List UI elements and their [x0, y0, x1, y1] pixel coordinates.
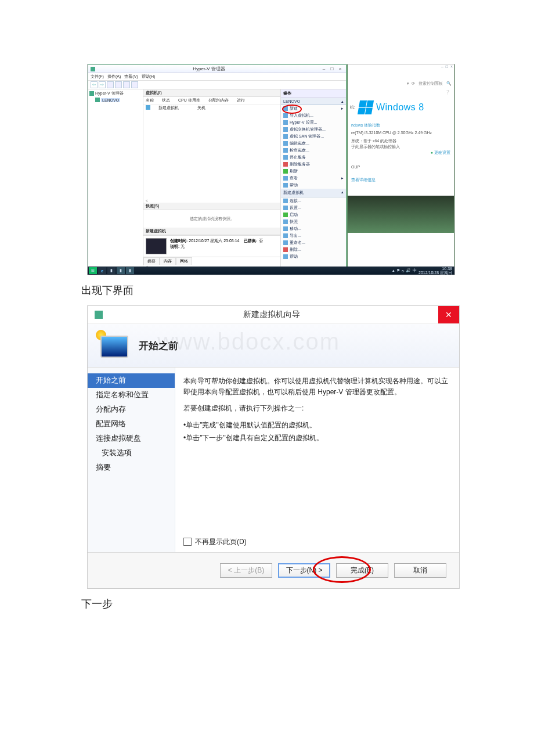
action-start[interactable]: 启动: [281, 211, 346, 218]
action-rename[interactable]: 重命名...: [281, 239, 346, 246]
action-inspect-disk[interactable]: 检查磁盘...: [281, 147, 346, 154]
col-name[interactable]: 名称: [146, 98, 154, 103]
dont-show-again-label: 不再显示此页(D): [195, 537, 247, 548]
wizard-heading: 开始之前: [139, 339, 178, 352]
step-network[interactable]: 配置网络: [88, 417, 175, 431]
details-panel: 创建时间: 2012/10/27 星期六 23:03:14 已群集: 否 说明:…: [143, 235, 280, 257]
col-run[interactable]: 运行: [237, 98, 245, 103]
explorer-taskbar-icon[interactable]: ▮: [107, 267, 116, 274]
toolbar-btn[interactable]: [131, 81, 138, 88]
workgroup-label: OUP: [348, 165, 454, 169]
tree-root[interactable]: Hyper-V 管理器: [89, 91, 142, 96]
collapse-icon[interactable]: ▴: [341, 99, 344, 104]
action-remove-server[interactable]: 删除服务器: [281, 161, 346, 168]
connect-icon: [283, 199, 288, 203]
tray-time[interactable]: 16:38: [442, 267, 452, 271]
maximize-button[interactable]: □: [329, 66, 335, 72]
delete-icon: [283, 247, 288, 252]
vms-columns: 名称 状态 CPU 使用率 分配的内存 运行: [143, 97, 280, 105]
step-vhd[interactable]: 连接虚拟硬盘: [88, 431, 175, 446]
action-vm-settings[interactable]: 设置...: [281, 204, 346, 211]
action-edit-disk[interactable]: 编辑磁盘...: [281, 140, 346, 147]
search-icon[interactable]: 🔍: [446, 81, 452, 86]
experience-index-link[interactable]: ndows 体验指数: [348, 120, 454, 131]
finish-button[interactable]: 完成(E): [336, 563, 388, 578]
col-state[interactable]: 状态: [162, 98, 170, 103]
nav-back-icon[interactable]: ⇦: [91, 81, 98, 88]
help-icon[interactable]: ❔: [348, 90, 454, 95]
move-icon: [283, 226, 288, 231]
start-button[interactable]: ⊞: [89, 267, 97, 274]
col-mem[interactable]: 分配的内存: [208, 98, 229, 103]
search-placeholder[interactable]: 搜索控制面板: [418, 81, 443, 87]
action-stop-svc[interactable]: 停止服务: [281, 154, 346, 161]
vm-row[interactable]: 新建虚拟机 关机: [143, 105, 280, 111]
action-refresh[interactable]: 刷新: [281, 168, 346, 175]
tray-date[interactable]: 2012/10/28 星期日: [418, 271, 452, 275]
action-hv-settings[interactable]: Hyper-V 设置...: [281, 119, 346, 126]
tab-memory[interactable]: 内存: [160, 257, 176, 265]
step-summary[interactable]: 摘要: [88, 460, 175, 475]
collapse-icon[interactable]: ▴: [341, 190, 344, 195]
nav-fwd-icon[interactable]: ⇨: [99, 81, 106, 88]
step-install-options[interactable]: 安装选项: [88, 446, 175, 460]
network-icon[interactable]: ⎋: [402, 269, 404, 273]
action-export[interactable]: 导出...: [281, 232, 346, 239]
step-name-location[interactable]: 指定名称和位置: [88, 388, 175, 402]
vm-icon: [146, 105, 150, 110]
ime-icon[interactable]: 中: [413, 268, 417, 273]
vsan-icon: [283, 134, 288, 139]
menu-help[interactable]: 帮助(H): [142, 74, 156, 80]
action-vswitch[interactable]: 虚拟交换机管理器...: [281, 126, 346, 133]
toolbar-btn[interactable]: [107, 81, 114, 88]
menu-file[interactable]: 文件(F): [91, 74, 104, 80]
vm-name: 新建虚拟机: [158, 105, 179, 111]
wizard-bullet-1: •单击"完成"创建使用默认值配置的虚拟机。: [183, 420, 449, 431]
hyperv-taskbar-icon[interactable]: ▮: [117, 267, 125, 274]
step-before-you-begin[interactable]: 开始之前: [88, 373, 175, 388]
ie-taskbar-icon[interactable]: e: [98, 267, 106, 274]
tree-host[interactable]: LENOVO: [89, 98, 142, 102]
action-snapshot[interactable]: 快照: [281, 218, 346, 225]
change-settings-link[interactable]: ● 更改设置: [348, 150, 454, 156]
col-cpu[interactable]: CPU 使用率: [178, 98, 200, 103]
next-button[interactable]: 下一步(N) >: [278, 563, 330, 578]
cancel-button[interactable]: 取消: [394, 563, 446, 578]
step-memory[interactable]: 分配内存: [88, 402, 175, 417]
toolbar-btn[interactable]: [123, 81, 130, 88]
action-import[interactable]: 导入虚拟机...: [281, 112, 346, 119]
window-titlebar: Hyper-V 管理器 – □ ×: [88, 65, 346, 73]
action-move[interactable]: 移动...: [281, 225, 346, 232]
wizard-title: 新建虚拟机向导: [105, 309, 438, 320]
menu-action[interactable]: 操作(A): [107, 74, 121, 80]
view-details-link[interactable]: 查看详细信息: [348, 175, 454, 185]
new-icon: [283, 106, 288, 111]
flag-icon[interactable]: ⚑: [396, 268, 400, 273]
menu-view[interactable]: 查看(V): [124, 74, 138, 80]
action-connect[interactable]: 连接...: [281, 197, 346, 204]
tab-network[interactable]: 网络: [176, 257, 192, 265]
action-new[interactable]: 新建▸: [281, 105, 346, 112]
action-delete[interactable]: 删除...: [281, 246, 346, 253]
remove-icon: [283, 162, 288, 167]
action-help[interactable]: 帮助: [281, 182, 346, 189]
action-help2[interactable]: 帮助: [281, 253, 346, 260]
wizard-steps-sidebar: 开始之前 指定名称和位置 分配内存 配置网络 连接虚拟硬盘 安装选项 摘要: [88, 368, 175, 552]
volume-icon[interactable]: 🔊: [406, 268, 411, 273]
tab-summary[interactable]: 摘要: [143, 257, 160, 265]
action-view[interactable]: 查看▸: [281, 175, 346, 182]
dont-show-again-checkbox[interactable]: [183, 538, 192, 546]
tray-icon[interactable]: ▴: [392, 268, 395, 273]
toolbar-btn[interactable]: [115, 81, 122, 88]
close-button[interactable]: ×: [337, 66, 344, 72]
windows-logo-text: Windows 8: [376, 102, 424, 113]
details-tabs: 摘要 内存 网络: [143, 257, 280, 265]
close-button[interactable]: ✕: [438, 306, 459, 323]
minimize-button[interactable]: –: [320, 66, 327, 72]
prev-button[interactable]: < 上一步(B): [220, 563, 272, 578]
server-icon: [89, 91, 94, 96]
action-vsan[interactable]: 虚拟 SAN 管理器...: [281, 133, 346, 140]
actions-pane: 操作 LENOVO▴ 新建▸ 导入虚拟机... Hyper-V 设置... 虚拟…: [280, 89, 346, 269]
window-controls: – □ ×: [320, 66, 344, 72]
app-taskbar-icon[interactable]: ▮: [126, 267, 134, 274]
